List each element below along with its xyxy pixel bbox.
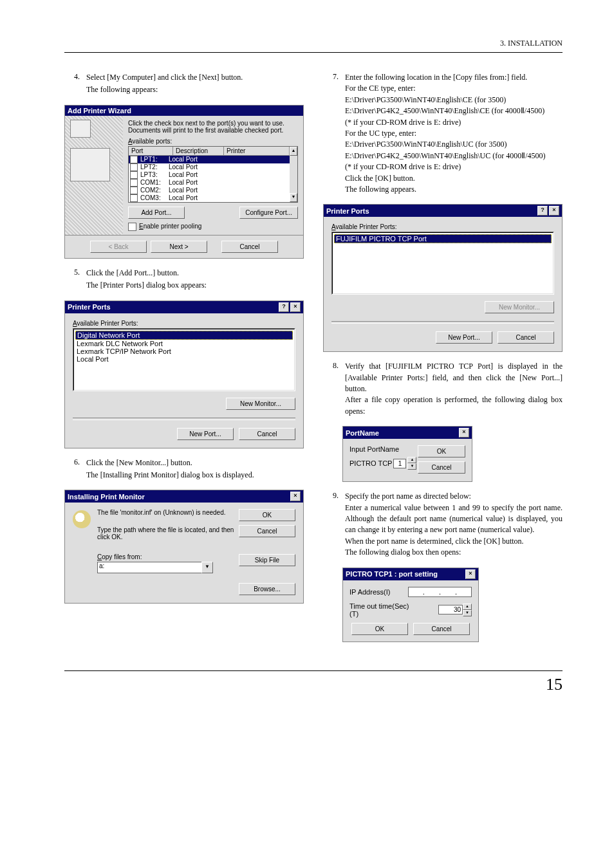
portname-input[interactable]: 1 [393, 459, 406, 468]
cancel-button[interactable]: Cancel [413, 623, 470, 635]
scroll-up-icon[interactable]: ▲ [290, 147, 297, 156]
port-row[interactable]: COM2:Local Port [129, 187, 290, 194]
bottom-rule [64, 670, 563, 671]
step4-next: [Next] [199, 73, 219, 82]
ports-listbox[interactable]: Digital Network Port Lexmark DLC Network… [73, 328, 295, 391]
close-icon[interactable]: × [290, 492, 301, 501]
back-button: < Back [90, 241, 147, 253]
page-number: 15 [64, 675, 563, 694]
list-item[interactable]: FUJIFILM PICTRO TCP Port [334, 234, 552, 243]
step-number: 7. [323, 72, 345, 195]
checkbox-icon[interactable] [130, 163, 138, 171]
chevron-down-icon[interactable]: ▼ [463, 610, 472, 616]
step5-addport: [Add Port...] [116, 268, 156, 277]
cancel-button[interactable]: Cancel [239, 428, 295, 440]
help-icon[interactable]: ? [537, 206, 548, 216]
new-port-button[interactable]: New Port... [436, 331, 492, 344]
chevron-up-icon[interactable]: ▲ [463, 604, 472, 610]
ports-listbox[interactable]: FUJIFILM PICTRO TCP Port [331, 232, 554, 295]
enable-pooling-check[interactable]: Enable printer pooling [128, 223, 298, 231]
separator [73, 418, 295, 420]
step-number: 6. [64, 457, 86, 481]
ip-address-label: IP Address(I) [349, 588, 408, 596]
col-port: Port [129, 147, 173, 155]
port-row[interactable]: LPT1:Local Port [129, 156, 290, 163]
titlebar: Printer Ports ? × [65, 301, 303, 313]
close-icon[interactable]: × [465, 569, 476, 579]
chevron-up-icon[interactable]: ▲ [407, 457, 416, 463]
timeout-input[interactable]: 30 [438, 605, 463, 614]
dialog-title: Installing Print Monitor [68, 493, 145, 501]
step4-mycomputer: [My Computer] [107, 73, 156, 82]
available-ports-label: Available Printer Ports: [73, 320, 295, 327]
port-row[interactable]: LPT3:Local Port [129, 171, 290, 179]
step-number: 4. [64, 72, 86, 96]
step6-newmonitor: [New Monitor...] [116, 458, 169, 467]
step4-sub: The following appears: [86, 84, 304, 95]
checkbox-icon[interactable] [130, 179, 138, 187]
list-item[interactable]: Lexmark DLC Network Port [75, 340, 293, 347]
checkbox-icon[interactable] [130, 156, 138, 163]
wizard-side-image [65, 116, 123, 235]
dialog-title: PortName [346, 429, 379, 437]
cancel-button[interactable]: Cancel [239, 525, 295, 537]
dialog-title: Printer Ports [326, 207, 369, 215]
cancel-button[interactable]: Cancel [418, 461, 465, 474]
chevron-down-icon[interactable]: ▼ [407, 463, 416, 470]
new-port-button[interactable]: New Port... [177, 428, 234, 440]
configure-port-button[interactable]: Configure Port... [239, 207, 298, 219]
checkbox-icon[interactable] [130, 194, 138, 202]
step4-text: button. [219, 73, 243, 82]
ipm-message: The file 'monitor.inf' on (Unknown) is n… [97, 509, 243, 516]
step4-text: Select [86, 73, 107, 82]
port-setting-dialog: PICTRO TCP1 : port setting × IP Address(… [342, 568, 479, 642]
input-portname-label: Input PortName [349, 445, 416, 453]
chevron-down-icon[interactable]: ▼ [201, 562, 213, 573]
ok-button[interactable]: OK [351, 623, 408, 635]
skip-file-button[interactable]: Skip File [239, 554, 295, 566]
add-port-button[interactable]: Add Port... [128, 207, 185, 219]
step6-text: button. [169, 458, 192, 467]
header-section: 3. INSTALLATION [64, 39, 563, 48]
copy-from-combo[interactable]: a: ▼ [97, 562, 213, 573]
ok-button[interactable]: OK [239, 509, 295, 521]
browse-button[interactable]: Browse... [239, 583, 295, 595]
port-row[interactable]: LPT2:Local Port [129, 163, 290, 171]
cancel-button[interactable]: Cancel [498, 331, 554, 344]
cancel-button[interactable]: Cancel [221, 241, 278, 253]
step-number: 8. [323, 361, 345, 417]
scroll-down-icon[interactable]: ▼ [290, 193, 297, 202]
list-item[interactable]: Digital Network Port [75, 331, 293, 340]
new-monitor-button[interactable]: New Monitor... [226, 398, 295, 410]
step5-text: button. [155, 268, 179, 277]
help-icon[interactable]: ? [279, 302, 289, 312]
close-icon[interactable]: × [290, 302, 301, 312]
spinner[interactable]: ▲ ▼ [407, 457, 416, 470]
dialog-title: Add Printer Wizard [68, 107, 131, 115]
ipm-instruction: Type the path where the file is located,… [97, 526, 243, 540]
step-number: 9. [323, 491, 345, 558]
ok-button[interactable]: OK [418, 445, 465, 457]
ports-table[interactable]: Port Description Printer LPT1:Local Port… [128, 146, 298, 203]
list-item[interactable]: Lexmark TCP/IP Network Port [75, 347, 293, 355]
wizard-intro-text: Click the check box next to the port(s) … [128, 120, 298, 134]
checkbox-icon[interactable] [128, 223, 136, 231]
dialog-title: PICTRO TCP1 : port setting [346, 570, 438, 578]
port-row[interactable]: COM3:Local Port [129, 194, 290, 202]
new-monitor-button: New Monitor... [485, 301, 554, 313]
close-icon[interactable]: × [549, 206, 559, 216]
ip-address-input[interactable]: . . . [408, 587, 472, 597]
close-icon[interactable]: × [459, 428, 469, 438]
checkbox-icon[interactable] [130, 187, 138, 194]
list-item[interactable]: Local Port [75, 355, 293, 363]
next-button[interactable]: Next > [151, 241, 207, 253]
printer-ports-dialog-2: Printer Ports ? × Available Printer Port… [323, 204, 563, 352]
spinner[interactable]: ▲ ▼ [463, 604, 472, 616]
top-rule [64, 52, 563, 53]
combo-input[interactable]: a: [97, 562, 201, 573]
scrollbar[interactable]: ▲ ▼ [290, 147, 297, 202]
port-row[interactable]: COM1:Local Port [129, 179, 290, 187]
titlebar: Add Printer Wizard [65, 106, 303, 116]
col-printer: Printer [224, 147, 290, 155]
checkbox-icon[interactable] [130, 171, 138, 179]
